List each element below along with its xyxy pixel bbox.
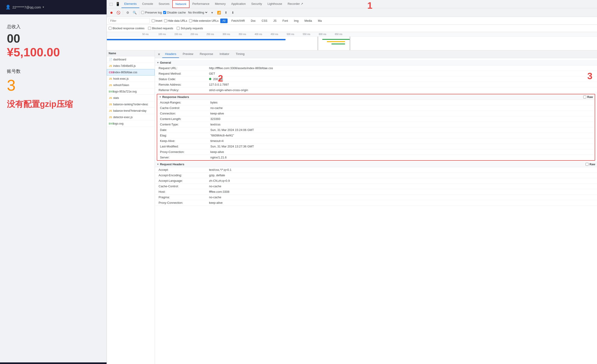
response-headers-section-header[interactable]: ▼ Response Headers Raw [157,94,595,100]
detail-tab-timing[interactable]: Timing [233,50,248,58]
hide-data-urls-label[interactable]: Hide data URLs [164,19,187,23]
filter-js-btn[interactable]: JS [271,19,279,23]
req-pragma-row: Pragma: no-cache [155,195,597,200]
file-item-hook-exec[interactable]: JS hook-exec.js [107,76,155,82]
tab-recorder[interactable]: Recorder ↗ [285,0,306,8]
detail-close-button[interactable]: ✕ [157,52,161,57]
devtools-icon-cursor[interactable]: ⬚ [108,1,114,7]
general-section-header[interactable]: ▼ General [155,60,597,66]
response-raw-label[interactable]: Raw [583,95,593,99]
tab-console[interactable]: Console [139,0,156,8]
hide-ext-urls-checkbox[interactable] [189,19,192,22]
blocked-cookies-checkbox[interactable] [109,27,112,30]
filter-css-btn[interactable]: CSS [260,19,269,23]
filter-fetch-xhr-btn[interactable]: Fetch/XHR [229,19,247,23]
file-item-logo-svg-2[interactable]: SVG logo.svg [107,121,155,127]
req-pragma-label: Pragma: [159,196,209,199]
filter-input[interactable] [109,18,150,23]
resp-content-length-value: 323393 [210,117,592,121]
ruler-350ms: 350 ms [239,33,255,36]
file-item-index-css[interactable]: CSS index-865bfdae.css [107,69,155,76]
resp-proxy-connection-row: Proxy-Connection: keep-alive [157,149,595,155]
devtools-panel: ⬚ 📱 Elements Console Sources Network Per… [107,0,597,364]
js-icon-4: JS [109,97,112,99]
disable-cache-checkbox[interactable] [163,11,166,14]
file-item-stats[interactable]: JS stats [107,95,155,101]
resp-date-label: Date: [160,128,210,132]
file-name-index-css: index-865bfdae.css [113,71,137,74]
tab-sources[interactable]: Sources [156,0,172,8]
blocked-cookies-label[interactable]: Blocked response cookies [109,27,144,30]
detail-tab-headers[interactable]: Headers [162,50,179,58]
filter-all-btn[interactable]: All [220,19,227,23]
req-host-row: Host: ffffee.com:3308 [155,189,597,195]
detail-tab-initiator[interactable]: Initiator [217,50,232,58]
file-name-refreshtoken: refreshToken [113,83,129,87]
filter-doc-btn[interactable]: Doc [249,19,258,23]
preserve-log-checkbox[interactable] [141,11,144,14]
file-name-logo-svg-1: logo-953a721e.svg [113,90,137,93]
disable-cache-label[interactable]: Disable cache [163,11,186,14]
clear-button[interactable]: 🚫 [116,10,121,15]
record-button[interactable]: ⏺ [109,10,114,15]
detail-tab-response[interactable]: Response [197,50,216,58]
filter-img-btn[interactable]: Img [292,19,301,23]
app-user[interactable]: 22******7@qq.com [12,5,41,9]
tab-network[interactable]: Network [172,0,190,8]
file-name-balance-ranking: balance-ranking?order=desc [113,103,148,106]
req-accept-language-row: Accept-Language: zh-CN,zh;q=0.9 [155,178,597,184]
invert-label[interactable]: Invert [152,19,162,23]
export-icon[interactable]: ⬇ [230,10,236,15]
filter-media-btn[interactable]: Media [303,19,314,23]
throttle-select[interactable]: No throttling [187,11,208,15]
blocked-requests-checkbox[interactable] [148,27,151,30]
file-item-refreshtoken[interactable]: JS refreshToken [107,82,155,88]
devtools-icon-responsive[interactable]: 📱 [115,1,121,7]
search-icon[interactable]: 🔍 [132,10,137,15]
headers-content: ▼ General Request URL: http://ffffee.com… [155,58,597,207]
detail-tab-preview[interactable]: Preview [180,50,196,58]
request-raw-checkbox[interactable] [586,163,589,166]
filter-icon[interactable]: ⚙ [125,10,130,15]
tab-performance[interactable]: Performance [189,0,212,8]
hide-ext-urls-label[interactable]: Hide extension URLs [189,19,219,23]
resp-etag-value: "660964c8-4ef41" [210,134,592,137]
tab-elements[interactable]: Elements [121,0,139,8]
resp-proxy-connection-value: keep-alive [210,150,592,154]
third-party-label[interactable]: 3rd-party requests [177,27,203,30]
preserve-log-label[interactable]: Preserve log [141,11,162,14]
response-raw-checkbox[interactable] [583,95,586,99]
timeline-area: 50 ms 100 ms 150 ms 200 ms 250 ms 300 ms… [107,32,597,50]
file-item-detector-exec[interactable]: JS detector-exec.js [107,114,155,121]
req-accept-encoding-value: gzip, deflate [209,174,593,177]
tab-application[interactable]: Application [228,0,249,8]
request-raw-label[interactable]: Raw [586,163,595,166]
request-headers-section-header[interactable]: ▼ Request Headers Raw [155,162,597,167]
file-item-balance-trend[interactable]: JS balance-trend?interval=day [107,108,155,114]
remote-address-label: Remote Address: [159,83,209,86]
invert-checkbox[interactable] [152,19,155,22]
user-icon: 👤 [6,5,11,10]
filter-ma-btn[interactable]: Ma [316,19,324,23]
timeline-bar-yellow [327,41,345,42]
file-item-logo-svg-1[interactable]: SVG logo-953a721e.svg [107,88,155,95]
third-party-checkbox[interactable] [177,27,180,30]
blocked-requests-label[interactable]: Blocked requests [148,27,173,30]
hide-data-urls-checkbox[interactable] [164,19,167,22]
ruler-300ms: 300 ms [222,33,239,36]
network-conditions-icon[interactable]: 📶 [216,10,222,15]
file-item-dashboard[interactable]: 📄 dashboard [107,56,155,63]
tab-security[interactable]: Security [248,0,265,8]
resp-cache-control-value: no-cache [210,106,592,110]
file-list-pane: Name 📄 dashboard JS index-7d946e65.js CS… [107,50,155,364]
file-item-balance-ranking[interactable]: JS balance-ranking?order=desc [107,101,155,108]
throttle-dropdown-icon[interactable]: ▾ [210,10,215,15]
ruler-450ms: 450 ms [271,33,287,36]
toolbar-separator-2 [139,10,139,15]
tab-lighthouse[interactable]: Lighthouse [265,0,285,8]
filter-font-btn[interactable]: Font [281,19,290,23]
tab-memory[interactable]: Memory [212,0,228,8]
import-icon[interactable]: ⬆ [223,10,229,15]
file-item-index-js[interactable]: JS index-7d946e65.js [107,63,155,69]
req-proxy-connection-row: Proxy-Connection: keep-alive [155,200,597,205]
